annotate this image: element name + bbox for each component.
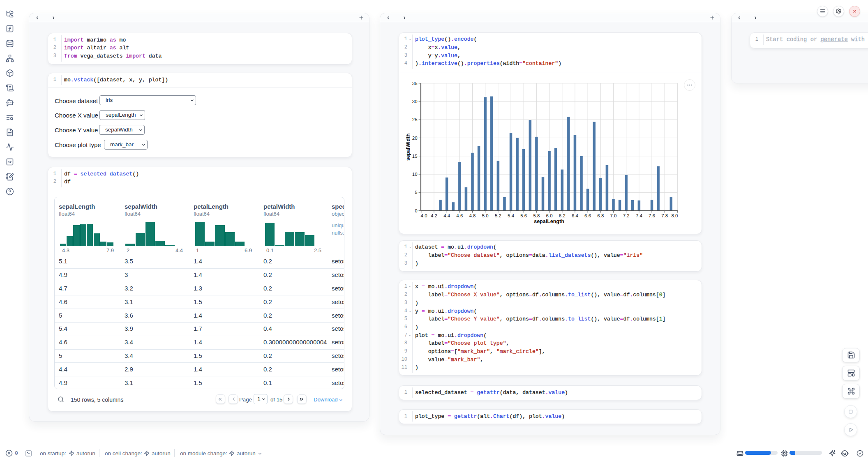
svg-text:7.4: 7.4: [636, 213, 643, 218]
svg-text:20: 20: [412, 136, 418, 141]
svg-text:5.8: 5.8: [533, 213, 540, 218]
svg-text:4.8: 4.8: [469, 213, 476, 218]
svg-text:5: 5: [415, 190, 417, 195]
svg-text:4.2: 4.2: [431, 213, 437, 218]
svg-text:sepalLength: sepalLength: [534, 219, 564, 224]
svg-text:0: 0: [415, 208, 417, 213]
svg-text:5.0: 5.0: [482, 213, 489, 218]
svg-text:30: 30: [412, 99, 418, 104]
svg-text:6.0: 6.0: [546, 213, 553, 218]
svg-text:6.2: 6.2: [559, 213, 566, 218]
svg-text:4.4: 4.4: [443, 213, 450, 218]
svg-text:8.0: 8.0: [671, 213, 678, 218]
svg-text:7.8: 7.8: [661, 213, 668, 218]
svg-text:4.0: 4.0: [421, 213, 427, 218]
svg-text:6.6: 6.6: [584, 213, 591, 218]
svg-text:7.6: 7.6: [649, 213, 655, 218]
svg-text:15: 15: [412, 154, 418, 159]
svg-text:sepalWidth: sepalWidth: [405, 134, 411, 161]
svg-text:10: 10: [412, 172, 418, 177]
svg-text:5.6: 5.6: [520, 213, 527, 218]
svg-text:25: 25: [412, 117, 418, 122]
svg-text:4.6: 4.6: [456, 213, 463, 218]
svg-text:35: 35: [412, 81, 418, 86]
svg-text:7.0: 7.0: [610, 213, 617, 218]
svg-text:5.4: 5.4: [508, 213, 515, 218]
svg-text:5.2: 5.2: [495, 213, 501, 218]
svg-text:6.4: 6.4: [572, 213, 579, 218]
svg-text:7.2: 7.2: [623, 213, 630, 218]
svg-text:6.8: 6.8: [597, 213, 604, 218]
